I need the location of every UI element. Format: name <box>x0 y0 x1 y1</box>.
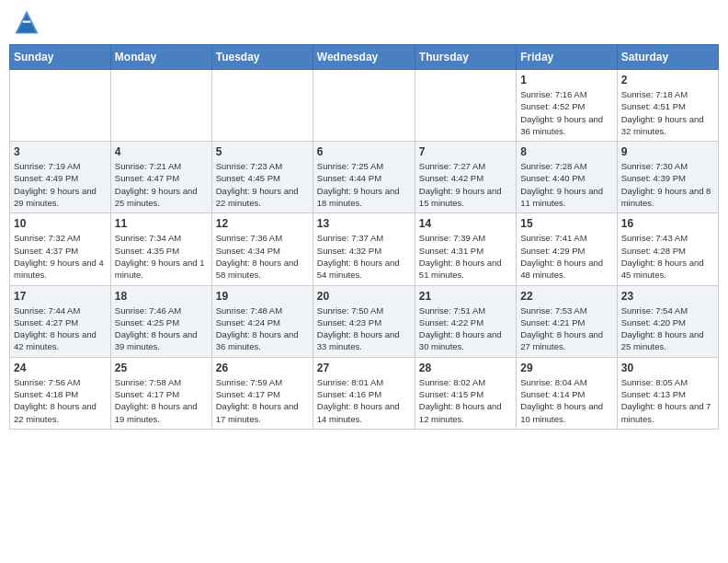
day-detail: Sunrise: 7:44 AM Sunset: 4:27 PM Dayligh… <box>14 304 107 353</box>
day-number: 13 <box>317 217 411 230</box>
day-cell-20: 20Sunrise: 7:50 AM Sunset: 4:23 PM Dayli… <box>313 285 415 357</box>
day-number: 12 <box>216 217 309 230</box>
day-number: 17 <box>14 290 107 303</box>
day-number: 9 <box>621 145 714 158</box>
day-number: 25 <box>115 362 208 374</box>
day-number: 5 <box>216 145 309 158</box>
day-cell-26: 26Sunrise: 7:59 AM Sunset: 4:17 PM Dayli… <box>211 357 313 429</box>
empty-cell <box>211 70 313 142</box>
day-detail: Sunrise: 7:21 AM Sunset: 4:47 PM Dayligh… <box>115 160 208 209</box>
day-number: 2 <box>621 74 714 86</box>
day-detail: Sunrise: 7:27 AM Sunset: 4:42 PM Dayligh… <box>419 160 512 209</box>
day-cell-13: 13Sunrise: 7:37 AM Sunset: 4:32 PM Dayli… <box>313 213 415 285</box>
day-header-saturday: Saturday <box>617 45 718 70</box>
day-cell-3: 3Sunrise: 7:19 AM Sunset: 4:49 PM Daylig… <box>10 142 111 213</box>
day-number: 22 <box>520 290 612 303</box>
day-detail: Sunrise: 8:02 AM Sunset: 4:15 PM Dayligh… <box>419 376 512 425</box>
day-number: 6 <box>317 145 411 158</box>
day-detail: Sunrise: 7:48 AM Sunset: 4:24 PM Dayligh… <box>216 304 309 353</box>
day-cell-30: 30Sunrise: 8:05 AM Sunset: 4:13 PM Dayli… <box>617 357 718 429</box>
day-number: 1 <box>520 74 612 86</box>
day-header-wednesday: Wednesday <box>313 45 415 70</box>
day-number: 20 <box>317 290 411 303</box>
day-detail: Sunrise: 7:19 AM Sunset: 4:49 PM Dayligh… <box>14 160 107 209</box>
day-cell-12: 12Sunrise: 7:36 AM Sunset: 4:34 PM Dayli… <box>211 213 313 285</box>
day-detail: Sunrise: 7:30 AM Sunset: 4:39 PM Dayligh… <box>621 160 714 209</box>
day-number: 10 <box>14 217 107 230</box>
day-detail: Sunrise: 8:01 AM Sunset: 4:16 PM Dayligh… <box>317 376 411 425</box>
day-number: 29 <box>520 362 612 374</box>
week-row-2: 3Sunrise: 7:19 AM Sunset: 4:49 PM Daylig… <box>10 142 719 213</box>
day-detail: Sunrise: 7:28 AM Sunset: 4:40 PM Dayligh… <box>520 160 612 209</box>
day-cell-29: 29Sunrise: 8:04 AM Sunset: 4:14 PM Dayli… <box>517 357 617 429</box>
day-number: 19 <box>216 290 309 303</box>
day-detail: Sunrise: 7:51 AM Sunset: 4:22 PM Dayligh… <box>419 304 512 353</box>
day-cell-23: 23Sunrise: 7:54 AM Sunset: 4:20 PM Dayli… <box>617 285 718 357</box>
day-cell-8: 8Sunrise: 7:28 AM Sunset: 4:40 PM Daylig… <box>517 142 617 213</box>
week-row-3: 10Sunrise: 7:32 AM Sunset: 4:37 PM Dayli… <box>10 213 719 285</box>
day-header-friday: Friday <box>517 45 617 70</box>
day-cell-6: 6Sunrise: 7:25 AM Sunset: 4:44 PM Daylig… <box>313 142 415 213</box>
day-detail: Sunrise: 8:05 AM Sunset: 4:13 PM Dayligh… <box>621 376 714 425</box>
day-cell-21: 21Sunrise: 7:51 AM Sunset: 4:22 PM Dayli… <box>415 285 516 357</box>
day-number: 4 <box>115 145 208 158</box>
day-cell-22: 22Sunrise: 7:53 AM Sunset: 4:21 PM Dayli… <box>517 285 617 357</box>
day-number: 15 <box>520 217 612 230</box>
day-header-monday: Monday <box>110 45 211 70</box>
day-header-sunday: Sunday <box>10 45 111 70</box>
day-cell-24: 24Sunrise: 7:56 AM Sunset: 4:18 PM Dayli… <box>10 357 111 429</box>
day-detail: Sunrise: 7:34 AM Sunset: 4:35 PM Dayligh… <box>115 232 208 281</box>
day-detail: Sunrise: 7:41 AM Sunset: 4:29 PM Dayligh… <box>520 232 612 281</box>
day-header-tuesday: Tuesday <box>211 45 313 70</box>
empty-cell <box>110 70 211 142</box>
day-cell-1: 1Sunrise: 7:16 AM Sunset: 4:52 PM Daylig… <box>517 70 617 142</box>
day-cell-9: 9Sunrise: 7:30 AM Sunset: 4:39 PM Daylig… <box>617 142 718 213</box>
day-cell-17: 17Sunrise: 7:44 AM Sunset: 4:27 PM Dayli… <box>10 285 111 357</box>
day-cell-27: 27Sunrise: 8:01 AM Sunset: 4:16 PM Dayli… <box>313 357 415 429</box>
day-cell-14: 14Sunrise: 7:39 AM Sunset: 4:31 PM Dayli… <box>415 213 516 285</box>
week-row-5: 24Sunrise: 7:56 AM Sunset: 4:18 PM Dayli… <box>10 357 719 429</box>
day-cell-18: 18Sunrise: 7:46 AM Sunset: 4:25 PM Dayli… <box>110 285 211 357</box>
day-number: 21 <box>419 290 512 303</box>
day-detail: Sunrise: 7:39 AM Sunset: 4:31 PM Dayligh… <box>419 232 512 281</box>
day-detail: Sunrise: 7:18 AM Sunset: 4:51 PM Dayligh… <box>621 88 714 137</box>
day-cell-19: 19Sunrise: 7:48 AM Sunset: 4:24 PM Dayli… <box>211 285 313 357</box>
logo <box>14 9 43 35</box>
day-number: 3 <box>14 145 107 158</box>
day-number: 27 <box>317 362 411 374</box>
logo-icon <box>14 9 40 35</box>
day-detail: Sunrise: 7:46 AM Sunset: 4:25 PM Dayligh… <box>115 304 208 353</box>
svg-rect-2 <box>23 21 30 23</box>
week-row-4: 17Sunrise: 7:44 AM Sunset: 4:27 PM Dayli… <box>10 285 719 357</box>
day-detail: Sunrise: 7:16 AM Sunset: 4:52 PM Dayligh… <box>520 88 612 137</box>
day-cell-10: 10Sunrise: 7:32 AM Sunset: 4:37 PM Dayli… <box>10 213 111 285</box>
day-cell-7: 7Sunrise: 7:27 AM Sunset: 4:42 PM Daylig… <box>415 142 516 213</box>
day-cell-28: 28Sunrise: 8:02 AM Sunset: 4:15 PM Dayli… <box>415 357 516 429</box>
day-number: 11 <box>115 217 208 230</box>
day-cell-2: 2Sunrise: 7:18 AM Sunset: 4:51 PM Daylig… <box>617 70 718 142</box>
day-detail: Sunrise: 7:50 AM Sunset: 4:23 PM Dayligh… <box>317 304 411 353</box>
day-detail: Sunrise: 7:53 AM Sunset: 4:21 PM Dayligh… <box>520 304 612 353</box>
day-cell-4: 4Sunrise: 7:21 AM Sunset: 4:47 PM Daylig… <box>110 142 211 213</box>
day-number: 28 <box>419 362 512 374</box>
day-cell-11: 11Sunrise: 7:34 AM Sunset: 4:35 PM Dayli… <box>110 213 211 285</box>
day-cell-15: 15Sunrise: 7:41 AM Sunset: 4:29 PM Dayli… <box>517 213 617 285</box>
day-detail: Sunrise: 7:32 AM Sunset: 4:37 PM Dayligh… <box>14 232 107 281</box>
day-number: 16 <box>621 217 714 230</box>
day-cell-16: 16Sunrise: 7:43 AM Sunset: 4:28 PM Dayli… <box>617 213 718 285</box>
day-detail: Sunrise: 7:37 AM Sunset: 4:32 PM Dayligh… <box>317 232 411 281</box>
day-number: 23 <box>621 290 714 303</box>
empty-cell <box>313 70 415 142</box>
day-detail: Sunrise: 7:58 AM Sunset: 4:17 PM Dayligh… <box>115 376 208 425</box>
calendar: SundayMondayTuesdayWednesdayThursdayFrid… <box>9 44 719 430</box>
calendar-header-row: SundayMondayTuesdayWednesdayThursdayFrid… <box>10 45 719 70</box>
day-number: 26 <box>216 362 309 374</box>
day-detail: Sunrise: 7:59 AM Sunset: 4:17 PM Dayligh… <box>216 376 309 425</box>
day-number: 14 <box>419 217 512 230</box>
day-detail: Sunrise: 8:04 AM Sunset: 4:14 PM Dayligh… <box>520 376 612 425</box>
day-detail: Sunrise: 7:36 AM Sunset: 4:34 PM Dayligh… <box>216 232 309 281</box>
day-detail: Sunrise: 7:43 AM Sunset: 4:28 PM Dayligh… <box>621 232 714 281</box>
day-cell-5: 5Sunrise: 7:23 AM Sunset: 4:45 PM Daylig… <box>211 142 313 213</box>
day-number: 8 <box>520 145 612 158</box>
empty-cell <box>10 70 111 142</box>
